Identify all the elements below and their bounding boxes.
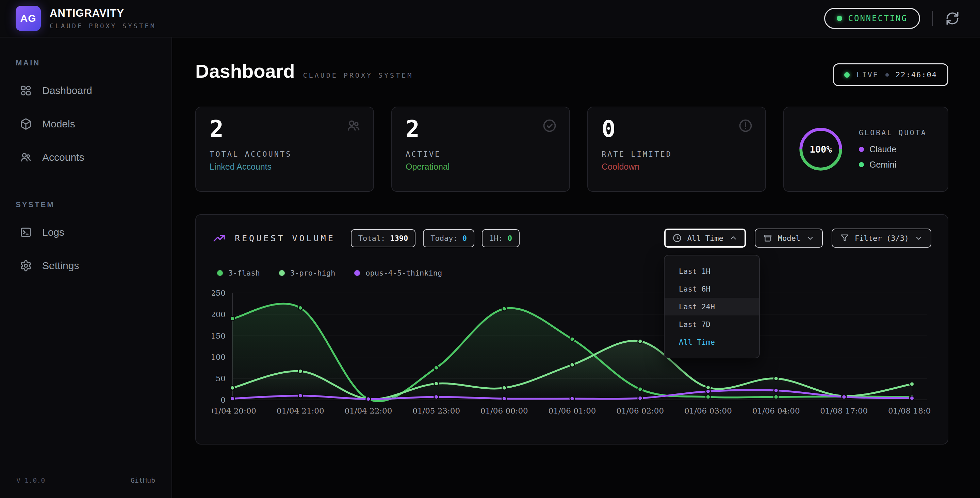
sidebar-item-label: Models [42, 118, 75, 130]
time-range-value: All Time [687, 234, 724, 243]
svg-text:01/06 03:00: 01/06 03:00 [684, 406, 732, 415]
legend-label: 3-pro-high [290, 269, 335, 277]
stat-card-total-accounts: 2 TOTAL ACCOUNTS Linked Accounts [195, 107, 374, 192]
sidebar-item-label: Accounts [42, 152, 84, 163]
stat-value: 2 [210, 117, 360, 141]
filter-dropdown-label: Filter (3/3) [855, 234, 909, 243]
stat-card-global-quota: 100% GLOBAL QUOTA Claude Gemini [783, 107, 948, 192]
menu-item-all-time[interactable]: All Time [665, 333, 759, 351]
menu-item-last-6h[interactable]: Last 6H [665, 280, 759, 298]
topbar-divider [932, 11, 933, 26]
archive-box-icon [763, 233, 772, 243]
badge-label: Today: [430, 234, 457, 243]
sidebar-item-label: Logs [42, 227, 64, 238]
brand: AG ANTIGRAVITY CLAUDE PROXY SYSTEM [16, 6, 156, 31]
sidebar-item-models[interactable]: Models [12, 112, 159, 136]
chevron-up-icon [729, 234, 738, 243]
today-requests-badge: Today: 0 [423, 229, 474, 247]
badge-value: 0 [508, 234, 512, 243]
menu-item-last-1h[interactable]: Last 1H [665, 262, 759, 280]
svg-text:01/06 00:00: 01/06 00:00 [480, 406, 528, 415]
refresh-button[interactable] [945, 11, 959, 26]
github-link[interactable]: GitHub [130, 476, 155, 484]
badge-label: Total: [358, 234, 385, 243]
svg-text:01/04 22:00: 01/04 22:00 [344, 406, 392, 415]
badge-label: 1H: [489, 234, 503, 243]
main-content: Dashboard CLAUDE PROXY SYSTEM LIVE 22:46… [172, 37, 980, 498]
claude-dot-icon [859, 147, 864, 152]
svg-text:250: 250 [212, 289, 226, 297]
legend-item-opus: opus-4-5-thinking [354, 269, 442, 277]
clock-icon [672, 233, 682, 243]
stat-sub-label: Linked Accounts [210, 162, 360, 172]
svg-text:01/05 23:00: 01/05 23:00 [412, 406, 460, 415]
live-dot-icon [844, 72, 850, 78]
quota-legend-label: Claude [869, 144, 896, 154]
svg-text:0: 0 [221, 396, 226, 404]
menu-item-last-24h[interactable]: Last 24H [665, 298, 759, 315]
app-title: ANTIGRAVITY [50, 7, 156, 19]
quota-label: GLOBAL QUOTA [859, 129, 927, 137]
sidebar-item-logs[interactable]: Logs [12, 221, 159, 244]
stats-row: 2 TOTAL ACCOUNTS Linked Accounts 2 ACTIV… [195, 107, 948, 192]
status-dot-icon [837, 16, 842, 21]
sidebar: MAIN Dashboard Models [0, 37, 172, 498]
model-dropdown-button[interactable]: Model [755, 228, 823, 247]
page-title: Dashboard [195, 60, 295, 82]
stat-card-active: 2 ACTIVE Operational [391, 107, 570, 192]
hour-requests-badge: 1H: 0 [482, 229, 520, 247]
chart-title: REQUEST VOLUME [235, 233, 335, 243]
users-icon [346, 118, 361, 134]
app-subtitle: CLAUDE PROXY SYSTEM [50, 22, 156, 30]
app-version: V 1.0.0 [16, 476, 45, 484]
sidebar-item-accounts[interactable]: Accounts [12, 146, 159, 169]
live-status-badge: LIVE 22:46:04 [833, 63, 948, 86]
svg-text:200: 200 [212, 310, 226, 319]
live-label: LIVE [856, 70, 878, 79]
gemini-dot-icon [859, 162, 864, 167]
time-range-dropdown-button[interactable]: All Time [664, 228, 746, 247]
svg-text:01/06 04:00: 01/06 04:00 [752, 406, 800, 415]
topbar: AG ANTIGRAVITY CLAUDE PROXY SYSTEM CONNE… [0, 0, 980, 37]
stat-card-rate-limited: 0 RATE LIMITED Cooldown [587, 107, 766, 192]
series-dot-icon [279, 270, 285, 276]
stat-sub-label: Operational [406, 162, 556, 172]
funnel-icon [840, 233, 850, 243]
legend-label: opus-4-5-thinking [366, 269, 442, 277]
connection-status-label: CONNECTING [848, 14, 908, 23]
sidebar-item-settings[interactable]: Settings [12, 254, 159, 277]
menu-item-last-7d[interactable]: Last 7D [665, 315, 759, 333]
time-range-menu: Last 1H Last 6H Last 24H Last 7D All Tim… [664, 255, 760, 358]
svg-text:01/06 02:00: 01/06 02:00 [616, 406, 664, 415]
filter-dropdown-button[interactable]: Filter (3/3) [832, 228, 931, 247]
chart-legend: 3-flash 3-pro-high opus-4-5-thinking [212, 269, 931, 277]
legend-label: 3-flash [228, 269, 260, 277]
terminal-icon [20, 226, 32, 238]
sidebar-item-label: Settings [42, 260, 79, 271]
check-circle-icon [542, 118, 557, 134]
stat-value: 0 [601, 117, 752, 141]
live-clock: 22:46:04 [896, 70, 937, 79]
svg-text:150: 150 [212, 332, 226, 340]
sidebar-item-dashboard[interactable]: Dashboard [12, 79, 159, 102]
svg-text:01/04 21:00: 01/04 21:00 [277, 406, 324, 415]
sidebar-section-system: SYSTEM [12, 200, 159, 209]
svg-text:100: 100 [212, 353, 226, 361]
svg-text:01/06 01:00: 01/06 01:00 [549, 406, 596, 415]
page-subtitle: CLAUDE PROXY SYSTEM [303, 71, 414, 79]
quota-legend-label: Gemini [869, 160, 896, 170]
refresh-icon [945, 11, 959, 26]
svg-text:01/04 20:00: 01/04 20:00 [212, 406, 256, 415]
stat-value: 2 [406, 117, 556, 141]
quota-percent: 100% [798, 126, 844, 172]
svg-text:01/08 18:00: 01/08 18:00 [888, 406, 931, 415]
badge-value: 0 [463, 234, 467, 243]
grid-icon [20, 85, 32, 97]
request-volume-chart[interactable]: 05010015020025001/04 20:0001/04 21:0001/… [212, 279, 931, 424]
legend-item-3-flash: 3-flash [217, 269, 260, 277]
legend-item-3-pro-high: 3-pro-high [279, 269, 335, 277]
users-icon [20, 151, 32, 163]
svg-text:50: 50 [216, 374, 226, 383]
svg-text:01/08 17:00: 01/08 17:00 [820, 406, 868, 415]
gear-icon [20, 260, 32, 272]
